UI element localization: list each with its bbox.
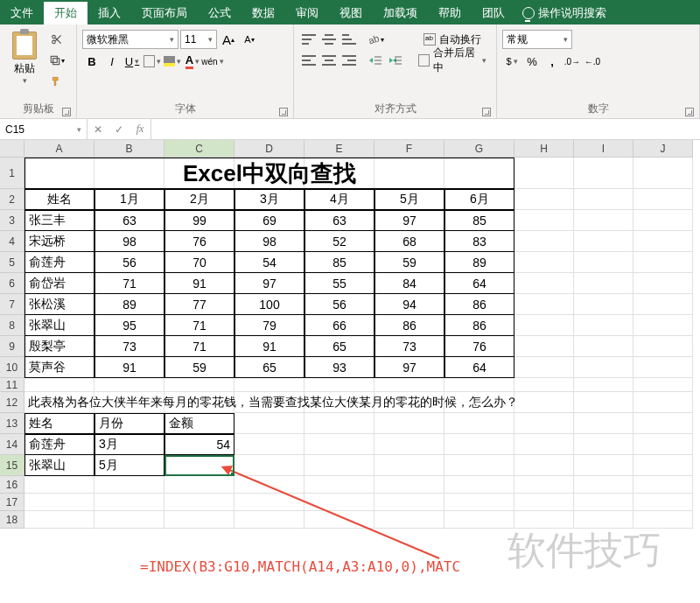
table-cell[interactable]: 张翠山 bbox=[24, 315, 94, 336]
table-cell[interactable]: 97 bbox=[374, 210, 444, 231]
italic-button[interactable]: I bbox=[102, 52, 122, 71]
enter-formula-button[interactable]: ✓ bbox=[108, 119, 130, 139]
cell-H3[interactable] bbox=[514, 210, 574, 231]
table-cell[interactable]: 俞岱岩 bbox=[24, 273, 94, 294]
bold-button[interactable]: B bbox=[82, 52, 102, 71]
cell-J15[interactable] bbox=[634, 455, 693, 476]
cell-H13[interactable] bbox=[514, 413, 574, 434]
decrease-decimal-button[interactable]: ←.0 bbox=[583, 52, 602, 71]
row-header-7[interactable]: 7 bbox=[0, 294, 24, 315]
table-cell[interactable]: 宋远桥 bbox=[24, 231, 94, 252]
number-format-combo[interactable]: 常规▾ bbox=[502, 30, 572, 49]
cell-H11[interactable] bbox=[514, 378, 574, 392]
cell-G13[interactable] bbox=[444, 413, 514, 434]
row-header-14[interactable]: 14 bbox=[0, 434, 24, 455]
cell-D15[interactable] bbox=[234, 455, 304, 476]
phonetic-button[interactable]: wén bbox=[203, 52, 222, 71]
row-header-10[interactable]: 10 bbox=[0, 357, 24, 378]
table-cell[interactable]: 86 bbox=[374, 315, 444, 336]
cell-E17[interactable] bbox=[304, 494, 374, 511]
table-cell[interactable]: 85 bbox=[444, 210, 514, 231]
table-cell[interactable]: 76 bbox=[444, 336, 514, 357]
cell-C18[interactable] bbox=[164, 511, 234, 529]
percent-button[interactable]: % bbox=[522, 52, 542, 71]
insert-function-button[interactable]: fx bbox=[130, 119, 150, 139]
table-header[interactable]: 姓名 bbox=[24, 189, 94, 210]
cell-J18[interactable] bbox=[634, 511, 693, 529]
table-cell[interactable]: 56 bbox=[304, 294, 374, 315]
cell-F15[interactable] bbox=[374, 455, 444, 476]
cell-E11[interactable] bbox=[304, 378, 374, 392]
table-cell[interactable]: 71 bbox=[164, 315, 234, 336]
table-cell[interactable]: 俞莲舟 bbox=[24, 252, 94, 273]
increase-decimal-button[interactable]: .0→ bbox=[563, 52, 582, 71]
row-header-15[interactable]: 15 bbox=[0, 455, 24, 476]
cell-H15[interactable] bbox=[514, 455, 574, 476]
cell-F17[interactable] bbox=[374, 494, 444, 511]
cell-I18[interactable] bbox=[574, 511, 634, 529]
title-cell[interactable]: Excel中双向查找 bbox=[24, 158, 514, 189]
table-cell[interactable]: 52 bbox=[304, 231, 374, 252]
cell-I10[interactable] bbox=[574, 357, 634, 378]
cell-J1[interactable] bbox=[634, 158, 693, 189]
column-header-E[interactable]: E bbox=[304, 140, 374, 158]
column-header-A[interactable]: A bbox=[24, 140, 94, 158]
cell-J11[interactable] bbox=[634, 378, 693, 392]
table-cell[interactable]: 98 bbox=[94, 231, 164, 252]
cell-F18[interactable] bbox=[374, 511, 444, 529]
font-launcher[interactable] bbox=[279, 108, 288, 116]
cell-D17[interactable] bbox=[234, 494, 304, 511]
cell-G15[interactable] bbox=[444, 455, 514, 476]
lookup-cell[interactable]: 3月 bbox=[94, 434, 164, 455]
cell-J5[interactable] bbox=[634, 252, 693, 273]
table-cell[interactable]: 64 bbox=[444, 357, 514, 378]
lookup-cell[interactable]: 5月 bbox=[94, 455, 164, 476]
row-header-1[interactable]: 1 bbox=[0, 158, 24, 189]
cell-F16[interactable] bbox=[374, 476, 444, 494]
cell-H8[interactable] bbox=[514, 315, 574, 336]
cell-J16[interactable] bbox=[634, 476, 693, 494]
cell-E15[interactable] bbox=[304, 455, 374, 476]
cell-I4[interactable] bbox=[574, 231, 634, 252]
decrease-font-button[interactable]: A▾ bbox=[240, 30, 259, 49]
table-cell[interactable]: 77 bbox=[164, 294, 234, 315]
cell-H7[interactable] bbox=[514, 294, 574, 315]
table-cell[interactable]: 89 bbox=[444, 252, 514, 273]
column-header-I[interactable]: I bbox=[574, 140, 634, 158]
note-text[interactable]: 此表格为各位大侠半年来每月的零花钱，当需要查找某位大侠某月的零花的时候，怎么办？ bbox=[24, 392, 693, 413]
row-header-2[interactable]: 2 bbox=[0, 189, 24, 210]
merge-center-button[interactable]: 合并后居中 bbox=[414, 51, 491, 70]
cell-I3[interactable] bbox=[574, 210, 634, 231]
spreadsheet-grid[interactable]: ABCDEFGHIJ 123456789101112131415161718 E… bbox=[0, 140, 700, 603]
table-cell[interactable]: 85 bbox=[304, 252, 374, 273]
column-header-B[interactable]: B bbox=[94, 140, 164, 158]
table-cell[interactable]: 79 bbox=[234, 315, 304, 336]
cell-J10[interactable] bbox=[634, 357, 693, 378]
table-cell[interactable]: 59 bbox=[164, 357, 234, 378]
lookup-header[interactable]: 姓名 bbox=[24, 413, 94, 434]
table-cell[interactable]: 71 bbox=[164, 336, 234, 357]
align-top-button[interactable] bbox=[299, 30, 318, 49]
cell-H4[interactable] bbox=[514, 231, 574, 252]
table-cell[interactable]: 71 bbox=[94, 273, 164, 294]
cell-J4[interactable] bbox=[634, 231, 693, 252]
cell-G16[interactable] bbox=[444, 476, 514, 494]
table-cell[interactable]: 86 bbox=[444, 315, 514, 336]
cell-C11[interactable] bbox=[164, 378, 234, 392]
table-cell[interactable]: 张三丰 bbox=[24, 210, 94, 231]
lookup-cell[interactable]: 俞莲舟 bbox=[24, 434, 94, 455]
lookup-header[interactable]: 金额 bbox=[164, 413, 234, 434]
align-bottom-button[interactable] bbox=[340, 30, 359, 49]
table-cell[interactable]: 86 bbox=[444, 294, 514, 315]
cell-F13[interactable] bbox=[374, 413, 444, 434]
cell-H18[interactable] bbox=[514, 511, 574, 529]
row-header-3[interactable]: 3 bbox=[0, 210, 24, 231]
table-header[interactable]: 3月 bbox=[234, 189, 304, 210]
tell-me-search[interactable]: 操作说明搜索 bbox=[515, 2, 700, 25]
table-cell[interactable]: 54 bbox=[234, 252, 304, 273]
font-name-combo[interactable]: 微软雅黑▾ bbox=[82, 30, 178, 49]
table-cell[interactable]: 98 bbox=[234, 231, 304, 252]
cell-H16[interactable] bbox=[514, 476, 574, 494]
formula-input[interactable] bbox=[151, 119, 700, 139]
align-left-button[interactable] bbox=[299, 51, 318, 70]
